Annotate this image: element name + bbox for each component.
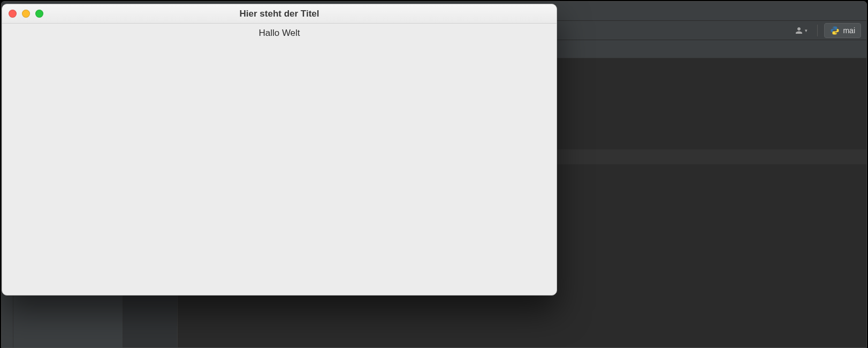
window-body: Hallo Welt [2, 24, 557, 39]
user-icon [794, 26, 804, 35]
minimize-icon[interactable] [22, 10, 30, 18]
run-config-selector[interactable]: mai [824, 23, 861, 38]
traffic-lights [2, 10, 43, 18]
chevron-down-icon: ▾ [805, 28, 808, 33]
run-config-label: mai [843, 26, 855, 35]
window-title: Hier steht der Titel [2, 9, 557, 19]
zoom-icon[interactable] [35, 10, 43, 18]
titlebar[interactable]: Hier steht der Titel [2, 4, 557, 24]
hello-label: Hallo Welt [258, 28, 300, 38]
app-window[interactable]: Hier steht der Titel Hallo Welt [2, 4, 557, 296]
close-icon[interactable] [9, 10, 17, 18]
code-with-me-button[interactable]: ▾ [791, 24, 811, 37]
toolbar-divider [817, 25, 818, 36]
python-icon [830, 26, 840, 35]
